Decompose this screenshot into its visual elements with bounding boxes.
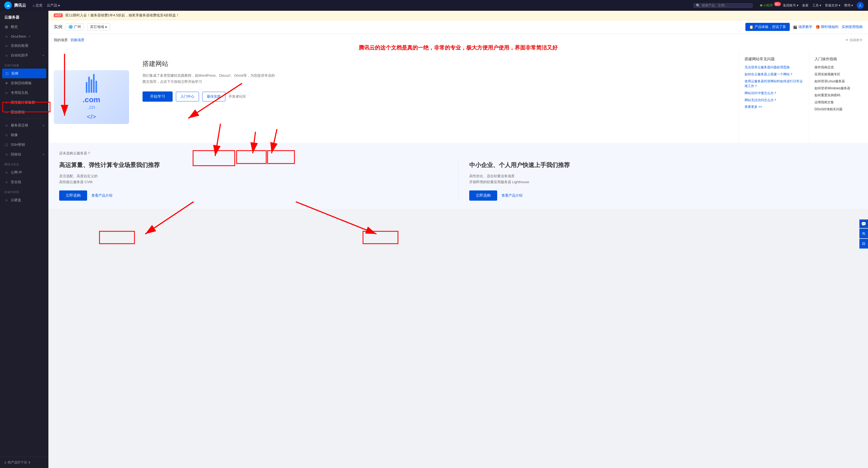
guide-item-7[interactable]: DDoS封堵相关问题 (814, 107, 863, 112)
grid-icon: ⊞ (4, 25, 9, 29)
sidebar-section-network: 网络与安全 (0, 160, 49, 167)
sidebar-item-self-check[interactable]: ○ 实例自检测 (0, 41, 49, 51)
robot-icon: ○ (4, 53, 9, 58)
float-right-buttons: 💬 电 囧 (859, 219, 868, 249)
lower-two-col: 高运算量、弹性计算专业场景我们推荐 灵活选配、高度自定义的高性能云服务器 CVM… (59, 161, 857, 201)
region-selector[interactable]: 🌐 广州 (66, 23, 84, 31)
main-layout: 云服务器 ⊞ 概览 ○ OrcaTerm ↗ ○ 实例自检测 ○ 自动化助手 ▾… (0, 11, 868, 468)
sidebar-item-recycle[interactable]: ○ 回收站 ▾ (0, 150, 49, 159)
dev-community-link[interactable]: 开发者社区 (228, 94, 246, 99)
illustration-inner: .com .cn </> (83, 74, 100, 121)
template-icon: ≡ (4, 81, 9, 85)
sidebar-item-dedicated-host[interactable]: ○ 专用宿主机 (0, 88, 49, 98)
right-buy-button[interactable]: 立即选购 (469, 190, 497, 201)
sidebar-item-hpc[interactable]: ○ 高性能计算集群 (0, 98, 49, 107)
switch-scene-link[interactable]: 切换场景 (70, 38, 85, 42)
start-learning-button[interactable]: 开始学习 (143, 91, 173, 102)
intro-center-button[interactable]: 入门中心 (176, 92, 199, 101)
limited-coupon-link[interactable]: 🎁 限时领福利 (815, 25, 838, 29)
sidebar-item-placement[interactable]: ○ 置放群组 (0, 107, 49, 117)
float-btn-1[interactable]: 💬 (859, 219, 868, 228)
chevron-down-icon: ▾ (43, 54, 44, 57)
user-avatar[interactable]: 人 (857, 2, 864, 9)
left-buy-button[interactable]: 立即选购 (59, 190, 87, 201)
best-practice-button[interactable]: 最佳实践 (202, 92, 225, 101)
search-input[interactable] (702, 3, 750, 7)
sidebar-item-public-ip[interactable]: ○ 公网 IP (0, 167, 49, 177)
sidebar-item-cloud-disk[interactable]: ○ 云硬盘 (0, 195, 49, 205)
other-region-selector[interactable]: 其它地域 ▾ (87, 23, 110, 31)
guide-item-1[interactable]: 操作指南总览 (814, 65, 863, 70)
scene-illustration: .com .cn </> (49, 51, 134, 143)
rate-icon: ≡ (4, 461, 6, 465)
faq-item-1[interactable]: 无法登录云服务器问题处理思路 (745, 65, 803, 70)
search-box[interactable]: 🔍 (693, 3, 753, 8)
sidebar-item-instance[interactable]: □ 实例 (2, 69, 46, 78)
hide-teaching-button[interactable]: 👁 隐藏教学 (845, 38, 863, 42)
header-right: 📋 产品体验，您说了算 🎬 场景教学 🎁 限时领福利 实例使用指南 (745, 23, 863, 31)
nav-item-overview[interactable]: ⌂ 总览 (33, 3, 42, 8)
lower-left-actions: 立即选购 查看产品介绍 (59, 190, 447, 201)
faq-more-link[interactable]: 查看更多 >> (745, 105, 803, 109)
backup[interactable]: 备案 (802, 3, 809, 8)
region-flag-icon: 🌐 (68, 25, 73, 29)
key-icon: □ (4, 143, 9, 147)
left-product-link[interactable]: 查看产品介绍 (91, 193, 113, 198)
chevron-down-icon: ▾ (797, 3, 798, 7)
faq-item-3[interactable]: 使用云服务器托管网站时如何进行日常运维工作？ (745, 79, 803, 89)
hot-banner[interactable]: HOT 双11限时入会！服务器续费1年4.5折起，抽奖享服务器续费低至4折权益！ (49, 11, 868, 20)
scene-teaching-link[interactable]: 🎬 场景教学 (793, 25, 812, 29)
tencent-cloud-logo-icon: ☁ (4, 2, 12, 9)
faq-item-4[interactable]: 网站访问卡慢怎么办？ (745, 91, 803, 95)
instance-title: 实例 (54, 24, 62, 30)
sidebar-item-ssh-key[interactable]: □ SSH密钥 (0, 140, 49, 150)
float-btn-3[interactable]: 囧 (859, 239, 868, 249)
usage-guide-link[interactable]: 实例使用指南 (842, 25, 863, 29)
illustration-box: .com .cn </> (54, 70, 129, 124)
nav-item-cloud-products[interactable]: 云产品 ▾ (47, 3, 60, 8)
bar-5 (95, 81, 97, 93)
fees[interactable]: 费用 ▾ (844, 3, 853, 8)
sidebar: 云服务器 ⊞ 概览 ○ OrcaTerm ↗ ○ 实例自检测 ○ 自动化助手 ▾… (0, 11, 49, 468)
sidebar-item-automation[interactable]: ○ 自动化助手 ▾ (0, 51, 49, 60)
sidebar-item-mirror[interactable]: ○ 镜像 (0, 130, 49, 140)
sidebar-divider-1 (4, 119, 44, 119)
host-icon: ○ (4, 91, 9, 95)
guide-item-5[interactable]: 如何重置实例密码 (814, 93, 863, 98)
scene-faq: 搭建网站常见问题 无法登录云服务器问题处理思路 如何在云服务器上搭建一个网站？ … (739, 51, 809, 143)
product-experience-button[interactable]: 📋 产品体验，您说了算 (745, 23, 790, 31)
guide-item-6[interactable]: 运维指南文集 (814, 100, 863, 105)
guide-item-4[interactable]: 如何登录Windows服务器 (814, 86, 863, 91)
logo[interactable]: ☁ 腾讯云 (4, 2, 26, 9)
sidebar-item-orcaterm[interactable]: ○ OrcaTerm ↗ (0, 32, 49, 41)
team-account[interactable]: 集团账号 ▾ (783, 3, 798, 8)
sidebar-section-instance: 实例与镜像 (0, 61, 49, 69)
customer-service[interactable]: 客服支持 ▾ (825, 3, 840, 8)
eye-hide-icon: 👁 (845, 38, 849, 42)
teaching-icon: 🎬 (793, 25, 797, 29)
sidebar-item-security-group[interactable]: ○ 安全组 (0, 177, 49, 187)
sidebar-bottom-rate[interactable]: ≡ 给产品打个分 ℹ (0, 457, 49, 468)
chevron-down-icon: ▾ (43, 124, 44, 127)
mini-program[interactable]: 小程序 (760, 3, 773, 8)
sidebar-item-launch-template[interactable]: ≡ 实例启动模板 (0, 78, 49, 88)
guide-item-3[interactable]: 如何登录Linux服务器 (814, 79, 863, 84)
mirror-icon: ○ (4, 133, 9, 137)
guide-item-2[interactable]: 应用实操视频专区 (814, 72, 863, 77)
tools[interactable]: 工具 ▾ (812, 3, 821, 8)
top-nav: ☁ 腾讯云 ⌂ 总览 云产品 ▾ 🔍 小程序 ✉ 99+ 集团账号 ▾ 备案 工… (0, 0, 868, 11)
message-icon[interactable]: ✉ 99+ (777, 3, 779, 7)
bar-2 (88, 77, 90, 93)
home-icon: ⌂ (33, 3, 35, 7)
instance-icon: □ (5, 71, 9, 75)
faq-item-2[interactable]: 如何在云服务器上搭建一个网站？ (745, 72, 803, 77)
scene-buttons: 开始学习 入门中心 最佳实践 开发者社区 (143, 91, 731, 102)
sidebar-item-overview[interactable]: ⊞ 概览 (0, 22, 49, 32)
placement-icon: ○ (4, 110, 9, 114)
subdomain-text: .cn (88, 104, 95, 110)
float-btn-2[interactable]: 电 (859, 229, 868, 238)
right-product-link[interactable]: 查看产品介绍 (501, 193, 523, 198)
faq-item-5[interactable]: 网站无法访问怎么办？ (745, 98, 803, 102)
lower-right: 中小企业、个人用户快速上手我们推荐 高性价比、适合轻量业务场景开箱即用的轻量应用… (459, 161, 858, 201)
sidebar-item-server-migration[interactable]: ○ 服务器迁移 ▾ (0, 121, 49, 130)
